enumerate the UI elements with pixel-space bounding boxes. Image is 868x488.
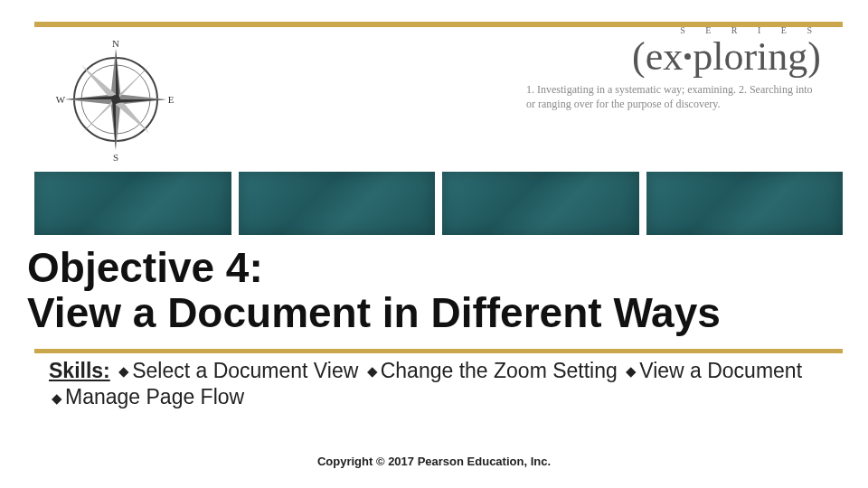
compass-icon: N E S W	[52, 36, 179, 163]
brand-definition: 1. Investigating in a systematic way; ex…	[495, 82, 821, 111]
title-underline	[34, 349, 843, 353]
skills-label: Skills:	[49, 359, 110, 382]
band-tile	[646, 172, 844, 235]
slide-title: Objective 4: View a Document in Differen…	[27, 246, 841, 335]
brand-wordmark: (exploring)	[495, 37, 821, 77]
compass-w: W	[56, 94, 66, 105]
brand-block: S E R I E S (exploring) 1. Investigating…	[495, 25, 821, 111]
title-line-1: Objective 4:	[27, 244, 263, 291]
skill-item: Manage Page Flow	[65, 385, 244, 408]
title-line-2: View a Document in Different Ways	[27, 289, 721, 336]
skill-item: View a Document	[639, 359, 802, 382]
diamond-bullet-icon: ◆	[52, 389, 62, 407]
band-tile	[239, 172, 436, 235]
diamond-bullet-icon: ◆	[367, 362, 378, 380]
brand-word-open: (ex	[632, 34, 683, 79]
brand-word-close: ploring)	[693, 34, 821, 79]
band-tile	[442, 172, 639, 235]
decorative-tile-band	[34, 172, 843, 235]
diamond-bullet-icon: ◆	[118, 362, 129, 380]
band-tile	[34, 172, 231, 235]
diamond-bullet-icon: ◆	[626, 362, 637, 380]
compass-n: N	[112, 38, 119, 49]
compass-s: S	[113, 152, 118, 163]
brand-dot-icon	[684, 53, 691, 60]
copyright-footer: Copyright © 2017 Pearson Education, Inc.	[0, 455, 868, 468]
svg-point-14	[111, 95, 120, 104]
skills-line: Skills: ◆Select a Document View ◆Change …	[49, 358, 819, 411]
skill-item: Change the Zoom Setting	[381, 359, 618, 382]
compass-e: E	[168, 94, 175, 105]
skill-item: Select a Document View	[132, 359, 358, 382]
